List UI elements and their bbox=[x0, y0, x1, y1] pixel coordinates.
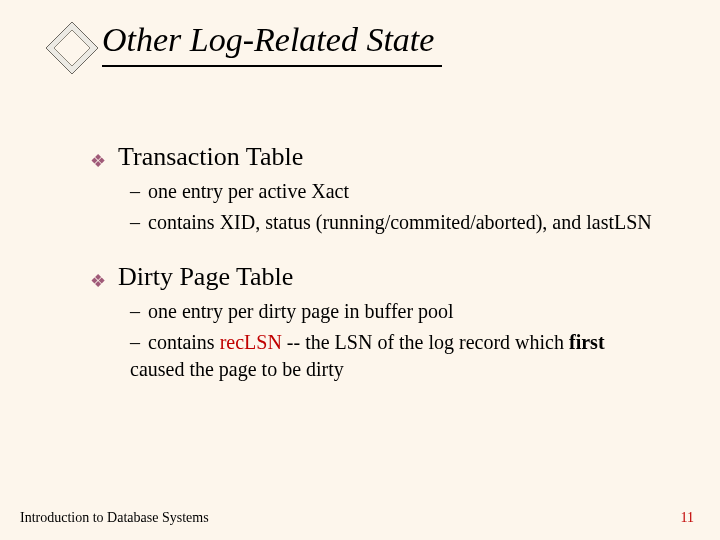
bullet-label: Transaction Table bbox=[118, 142, 303, 172]
diamond-icon bbox=[48, 20, 96, 68]
sub-text-bold: first bbox=[569, 331, 605, 353]
footer-left: Introduction to Database Systems bbox=[20, 510, 209, 526]
body: ❖ Transaction Table –one entry per activ… bbox=[90, 132, 660, 387]
dash-icon: – bbox=[130, 178, 148, 205]
bullet-icon: ❖ bbox=[90, 152, 106, 170]
bullet-label: Dirty Page Table bbox=[118, 262, 293, 292]
sub-text: contains XID, status (running/commited/a… bbox=[148, 211, 652, 233]
title-row: Other Log-Related State bbox=[48, 20, 442, 68]
slide: Other Log-Related State ❖ Transaction Ta… bbox=[0, 0, 720, 540]
bullet-dirty-page-table: ❖ Dirty Page Table bbox=[90, 262, 660, 292]
sub-bullet: –one entry per active Xact bbox=[130, 178, 660, 205]
sub-bullet: –one entry per dirty page in buffer pool bbox=[130, 298, 660, 325]
page-number: 11 bbox=[681, 510, 694, 526]
dash-icon: – bbox=[130, 209, 148, 236]
dash-icon: – bbox=[130, 298, 148, 325]
sub-text: one entry per dirty page in buffer pool bbox=[148, 300, 454, 322]
bullet-icon: ❖ bbox=[90, 272, 106, 290]
sub-bullet: –contains XID, status (running/commited/… bbox=[130, 209, 660, 236]
sub-text-mid: -- the LSN of the log record which bbox=[282, 331, 569, 353]
sub-text-pre: contains bbox=[148, 331, 220, 353]
sub-text-post: caused the page to be dirty bbox=[130, 358, 344, 380]
sub-text-red: recLSN bbox=[220, 331, 282, 353]
bullet-transaction-table: ❖ Transaction Table bbox=[90, 142, 660, 172]
slide-title: Other Log-Related State bbox=[102, 21, 442, 66]
sub-bullet: –contains recLSN -- the LSN of the log r… bbox=[130, 329, 660, 383]
dash-icon: – bbox=[130, 329, 148, 356]
sub-text: one entry per active Xact bbox=[148, 180, 349, 202]
